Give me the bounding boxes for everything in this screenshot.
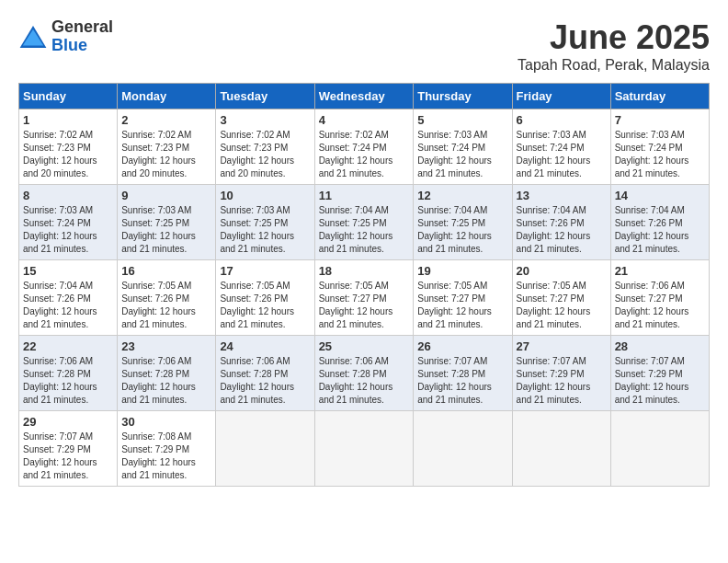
day-number: 1: [23, 113, 113, 127]
day-number: 10: [220, 189, 310, 202]
day-info: Sunrise: 7:02 AMSunset: 7:23 PMDaylight:…: [121, 129, 211, 180]
calendar-cell: 2Sunrise: 7:02 AMSunset: 7:23 PMDaylight…: [118, 109, 216, 185]
day-info: Sunrise: 7:04 AMSunset: 7:25 PMDaylight:…: [417, 204, 507, 256]
calendar-week-row: 1Sunrise: 7:02 AMSunset: 7:23 PMDaylight…: [19, 109, 710, 185]
calendar-cell: 25Sunrise: 7:06 AMSunset: 7:28 PMDayligh…: [314, 336, 414, 411]
day-info: Sunrise: 7:06 AMSunset: 7:28 PMDaylight:…: [220, 355, 310, 407]
day-number: 12: [417, 189, 507, 202]
logo: General Blue: [18, 18, 113, 55]
calendar-cell: 15Sunrise: 7:04 AMSunset: 7:26 PMDayligh…: [19, 260, 118, 336]
calendar-cell: 7Sunrise: 7:03 AMSunset: 7:24 PMDaylight…: [610, 109, 709, 185]
day-number: 27: [517, 339, 607, 353]
calendar-table: SundayMondayTuesdayWednesdayThursdayFrid…: [18, 83, 710, 487]
day-number: 19: [417, 264, 507, 278]
calendar-cell: 30Sunrise: 7:08 AMSunset: 7:29 PMDayligh…: [118, 411, 216, 487]
day-info: Sunrise: 7:05 AMSunset: 7:26 PMDaylight:…: [121, 280, 211, 331]
calendar-cell: 8Sunrise: 7:03 AMSunset: 7:24 PMDaylight…: [19, 185, 118, 260]
calendar-cell: 13Sunrise: 7:04 AMSunset: 7:26 PMDayligh…: [512, 185, 610, 260]
calendar-cell: 14Sunrise: 7:04 AMSunset: 7:26 PMDayligh…: [610, 185, 709, 260]
calendar-cell: 27Sunrise: 7:07 AMSunset: 7:29 PMDayligh…: [512, 336, 610, 411]
day-number: 3: [220, 113, 310, 127]
column-header-tuesday: Tuesday: [216, 84, 314, 109]
day-number: 11: [319, 189, 410, 202]
day-number: 28: [615, 339, 705, 353]
column-header-saturday: Saturday: [610, 84, 709, 109]
calendar-cell: 16Sunrise: 7:05 AMSunset: 7:26 PMDayligh…: [118, 260, 216, 336]
calendar-cell: 5Sunrise: 7:03 AMSunset: 7:24 PMDaylight…: [414, 109, 512, 185]
day-number: 30: [121, 415, 211, 429]
day-info: Sunrise: 7:07 AMSunset: 7:28 PMDaylight:…: [417, 355, 507, 407]
day-number: 26: [417, 339, 507, 353]
day-info: Sunrise: 7:04 AMSunset: 7:26 PMDaylight:…: [615, 204, 705, 256]
calendar-week-row: 22Sunrise: 7:06 AMSunset: 7:28 PMDayligh…: [19, 336, 710, 411]
day-number: 17: [220, 264, 310, 278]
day-info: Sunrise: 7:07 AMSunset: 7:29 PMDaylight:…: [615, 355, 705, 407]
calendar-cell: 1Sunrise: 7:02 AMSunset: 7:23 PMDaylight…: [19, 109, 118, 185]
calendar-cell: 11Sunrise: 7:04 AMSunset: 7:25 PMDayligh…: [314, 185, 414, 260]
logo-text: General Blue: [51, 18, 113, 55]
day-number: 14: [615, 189, 705, 202]
day-info: Sunrise: 7:04 AMSunset: 7:25 PMDaylight:…: [319, 204, 410, 256]
page-header: General Blue June 2025 Tapah Road, Perak…: [18, 18, 710, 74]
day-info: Sunrise: 7:05 AMSunset: 7:27 PMDaylight:…: [417, 280, 507, 331]
column-header-sunday: Sunday: [19, 84, 118, 109]
day-number: 13: [517, 189, 607, 202]
calendar-cell: 23Sunrise: 7:06 AMSunset: 7:28 PMDayligh…: [118, 336, 216, 411]
calendar-cell: [414, 411, 512, 487]
day-number: 8: [23, 189, 113, 202]
day-number: 20: [517, 264, 607, 278]
calendar-cell: 6Sunrise: 7:03 AMSunset: 7:24 PMDaylight…: [512, 109, 610, 185]
calendar-cell: 28Sunrise: 7:07 AMSunset: 7:29 PMDayligh…: [610, 336, 709, 411]
day-number: 24: [220, 339, 310, 353]
day-info: Sunrise: 7:06 AMSunset: 7:28 PMDaylight:…: [23, 355, 113, 407]
day-number: 23: [121, 339, 211, 353]
day-info: Sunrise: 7:06 AMSunset: 7:28 PMDaylight:…: [319, 355, 410, 407]
month-title: June 2025: [518, 18, 710, 57]
day-info: Sunrise: 7:03 AMSunset: 7:24 PMDaylight:…: [615, 129, 705, 180]
day-number: 29: [23, 415, 113, 429]
calendar-cell: [610, 411, 709, 487]
day-number: 21: [615, 264, 705, 278]
title-section: June 2025 Tapah Road, Perak, Malaysia: [518, 18, 710, 74]
day-number: 18: [319, 264, 410, 278]
calendar-cell: 19Sunrise: 7:05 AMSunset: 7:27 PMDayligh…: [414, 260, 512, 336]
day-number: 7: [615, 113, 705, 127]
day-number: 16: [121, 264, 211, 278]
day-info: Sunrise: 7:04 AMSunset: 7:26 PMDaylight:…: [23, 280, 113, 331]
day-info: Sunrise: 7:07 AMSunset: 7:29 PMDaylight:…: [517, 355, 607, 407]
day-info: Sunrise: 7:06 AMSunset: 7:27 PMDaylight:…: [615, 280, 705, 331]
day-info: Sunrise: 7:02 AMSunset: 7:23 PMDaylight:…: [220, 129, 310, 180]
calendar-cell: 10Sunrise: 7:03 AMSunset: 7:25 PMDayligh…: [216, 185, 314, 260]
calendar-cell: 22Sunrise: 7:06 AMSunset: 7:28 PMDayligh…: [19, 336, 118, 411]
day-info: Sunrise: 7:03 AMSunset: 7:24 PMDaylight:…: [517, 129, 607, 180]
calendar-cell: 3Sunrise: 7:02 AMSunset: 7:23 PMDaylight…: [216, 109, 314, 185]
calendar-cell: 18Sunrise: 7:05 AMSunset: 7:27 PMDayligh…: [314, 260, 414, 336]
day-number: 4: [319, 113, 410, 127]
day-info: Sunrise: 7:06 AMSunset: 7:28 PMDaylight:…: [121, 355, 211, 407]
day-info: Sunrise: 7:05 AMSunset: 7:26 PMDaylight:…: [220, 280, 310, 331]
day-info: Sunrise: 7:03 AMSunset: 7:24 PMDaylight:…: [23, 204, 113, 256]
day-info: Sunrise: 7:03 AMSunset: 7:25 PMDaylight:…: [121, 204, 211, 256]
day-info: Sunrise: 7:02 AMSunset: 7:24 PMDaylight:…: [319, 129, 410, 180]
logo-general: General: [51, 18, 113, 37]
location-title: Tapah Road, Perak, Malaysia: [518, 57, 710, 74]
calendar-cell: [314, 411, 414, 487]
calendar-week-row: 29Sunrise: 7:07 AMSunset: 7:29 PMDayligh…: [19, 411, 710, 487]
calendar-cell: 20Sunrise: 7:05 AMSunset: 7:27 PMDayligh…: [512, 260, 610, 336]
calendar-cell: 21Sunrise: 7:06 AMSunset: 7:27 PMDayligh…: [610, 260, 709, 336]
logo-blue: Blue: [51, 37, 113, 55]
day-info: Sunrise: 7:03 AMSunset: 7:25 PMDaylight:…: [220, 204, 310, 256]
calendar-cell: 4Sunrise: 7:02 AMSunset: 7:24 PMDaylight…: [314, 109, 414, 185]
column-header-monday: Monday: [118, 84, 216, 109]
day-number: 9: [121, 189, 211, 202]
day-number: 22: [23, 339, 113, 353]
calendar-cell: 26Sunrise: 7:07 AMSunset: 7:28 PMDayligh…: [414, 336, 512, 411]
calendar-header-row: SundayMondayTuesdayWednesdayThursdayFrid…: [19, 84, 710, 109]
calendar-cell: 24Sunrise: 7:06 AMSunset: 7:28 PMDayligh…: [216, 336, 314, 411]
day-info: Sunrise: 7:05 AMSunset: 7:27 PMDaylight:…: [517, 280, 607, 331]
column-header-friday: Friday: [512, 84, 610, 109]
day-number: 5: [417, 113, 507, 127]
day-info: Sunrise: 7:05 AMSunset: 7:27 PMDaylight:…: [319, 280, 410, 331]
calendar-cell: [216, 411, 314, 487]
calendar-week-row: 15Sunrise: 7:04 AMSunset: 7:26 PMDayligh…: [19, 260, 710, 336]
